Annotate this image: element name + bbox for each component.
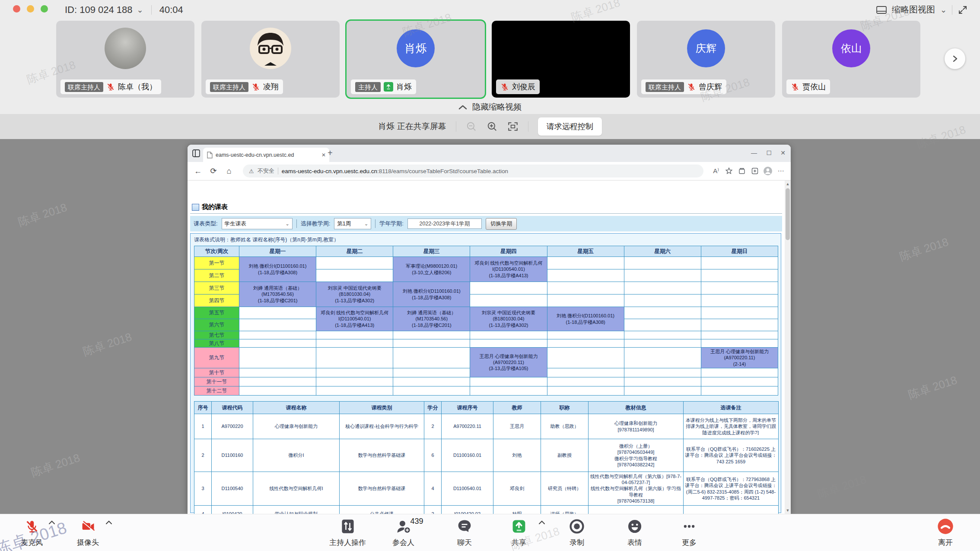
emoji-button[interactable]: 表情 [627,518,642,548]
browser-close-icon[interactable]: ✕ [780,149,786,156]
view-mode-label[interactable]: 缩略图视图 [892,4,935,16]
new-tab-button[interactable]: + [328,148,333,158]
tab-title: eams-uestc-edu-cn.vpn.uestc.ed [216,152,318,158]
video-tile-liujunchen[interactable]: 刘俊辰 [492,21,630,98]
scrollbar-thumb[interactable] [786,188,790,240]
chevron-up-icon[interactable] [538,520,545,525]
course-cell: 2 [424,414,442,439]
fit-screen-icon[interactable] [507,121,519,132]
browser-tab[interactable]: eams-uestc-edu-cn.vpn.uestc.ed ✕ [203,148,329,162]
day-header: 星期四 [470,246,547,257]
day-header: 星期五 [547,246,624,257]
read-aloud-icon[interactable]: A⁾ [710,167,722,175]
next-participants-button[interactable] [945,48,965,69]
mic-muted-icon [251,82,260,91]
tab-close-icon[interactable]: ✕ [321,152,326,158]
camera-button[interactable]: 摄像头 [77,518,99,548]
timetable-cell-empty [316,348,393,368]
chevron-down-icon[interactable]: ⌄ [940,5,947,15]
period-label: 第三节 [194,282,239,294]
address-bar[interactable]: ⚠ 不安全 eams-uestc-edu-cn.vpn.uestc.edu.cn… [243,165,703,177]
page-favicon [207,152,213,158]
course-cell: 微积分I [253,439,340,472]
course-cell: 刘艳 微积分I(D1100160.01) (1-18,品学楼A308) [393,282,470,307]
timetable-cell-empty [239,368,316,377]
timetable-cell-empty [624,282,701,294]
period-label: 第二节 [194,269,239,282]
share-screen-button[interactable]: 共享 [512,518,526,548]
refresh-icon[interactable]: ⟳ [206,166,221,176]
meeting-id[interactable]: ID: 109 024 188 [65,4,133,16]
video-tile-lingxiang[interactable]: 联席主持人 凌翔 [201,21,340,98]
timetable-cell-empty [239,339,316,348]
day-header: 星期六 [624,246,701,257]
timetable-cell-empty [316,331,393,339]
window-minimize-button[interactable] [27,5,34,13]
role-badge: 联席主持人 [646,82,684,92]
screen-sharing-icon [384,82,393,92]
browser-tabstrip: eams-uestc-edu-cn.vpn.uestc.ed ✕ + — ☐ ✕ [188,145,791,162]
back-icon[interactable]: ← [190,167,206,176]
table-row: 1 A9700220 心理健康与创新能力 核心通识课程-社会科学与行为科学 2 … [194,414,779,439]
tab-actions-icon[interactable] [192,149,200,158]
collections-icon[interactable] [735,167,748,175]
switch-term-button[interactable]: 切换学期 [486,218,517,230]
window-zoom-button[interactable] [41,5,48,13]
period-label: 第十节 [194,368,239,377]
browser-scrollbar[interactable]: ▲ ▼ [785,180,791,514]
textbook-cell: 心理健康和创新能力 [9787811149890] [589,414,684,439]
timetable-cell-empty [239,348,316,368]
mic-button[interactable]: 麦克风 [21,518,43,548]
window-close-button[interactable] [13,5,20,13]
browser-maximize-icon[interactable]: ☐ [766,149,772,156]
record-button[interactable]: 录制 [570,518,584,548]
chat-button[interactable]: 聊天 [457,518,472,548]
course-cell: 核心通识课程-社会科学与行为科学 [340,414,424,439]
course-cell: A9700220 [212,414,253,439]
zoom-in-icon[interactable] [487,121,498,132]
more-menu-icon[interactable]: ⋯ [774,167,787,175]
zoom-out-icon[interactable] [466,121,477,132]
chevron-down-icon[interactable]: ⌄ [137,5,143,15]
browser-minimize-icon[interactable]: — [751,149,757,156]
course-cell: 副教授 [541,439,589,472]
video-tile-zengqinghui[interactable]: 庆辉 联席主持人 曾庆辉 [637,21,775,98]
browser-essentials-icon[interactable] [748,167,761,175]
participants-button[interactable]: 439 参会人 [392,518,414,548]
more-button[interactable]: 更多 [682,518,697,548]
course-cell: 4 [424,472,442,506]
video-tile-jiayishan[interactable]: 依山 贾依山 [782,21,920,98]
timetable-cell-empty [701,282,778,294]
timetable-cell-empty [624,269,701,282]
profile-avatar-icon[interactable] [761,166,774,176]
home-icon[interactable]: ⌂ [221,167,237,176]
request-remote-control-button[interactable]: 请求远程控制 [538,117,602,136]
avatar-initials: 肖烁 [397,29,435,67]
timetable-cell-empty [701,339,778,348]
table-icon [192,204,199,211]
avatar-initials: 依山 [832,29,870,67]
share-screen-icon [512,519,526,534]
leave-button[interactable]: 离开 [937,518,954,548]
favorites-star-icon[interactable] [722,167,735,175]
timetable-cell-empty [470,331,547,339]
term-input[interactable]: 2022-2023学年1学期 [407,218,482,229]
timetable-cell-empty [239,307,316,319]
host-operations-button[interactable]: 主持人操作 [329,518,366,548]
participant-name: 肖烁 [396,82,412,92]
col-header: 职称 [541,402,589,414]
participant-name: 陈卓（我） [118,82,157,92]
timetable-type-select[interactable]: 学生课表⌄ [222,218,293,229]
video-tile-xiaoshuo-sharing[interactable]: 肖烁 主持人 肖烁 [347,21,485,98]
chevron-up-icon[interactable] [48,520,55,525]
video-tile-chenzhuo[interactable]: 联席主持人 陈卓（我） [56,21,194,98]
teaching-week-select[interactable]: 第1周⌄ [334,218,371,229]
scroll-up-icon[interactable]: ▲ [785,182,791,186]
timetable-controls: 课表类型: 学生课表⌄ 选择教学周: 第1周⌄ 学年学期: 2022-2023学… [190,216,782,231]
course-cell: A9700220.11 [442,414,493,439]
fullscreen-expand-icon[interactable] [958,5,968,15]
chevron-up-icon[interactable] [105,520,112,525]
hide-thumbnails-control[interactable]: 隐藏缩略视频 [0,100,980,114]
course-cell: I0100420 [212,506,253,514]
scroll-down-icon[interactable]: ▼ [785,508,791,513]
